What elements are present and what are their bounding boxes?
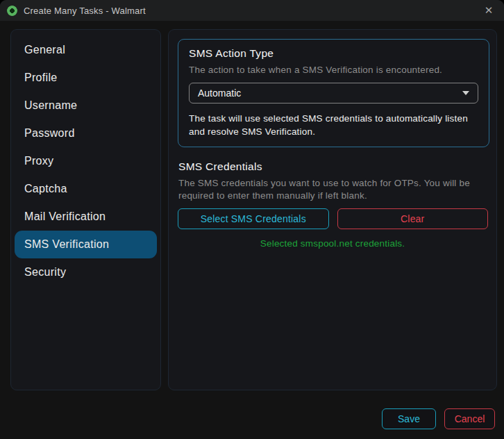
clear-credentials-button[interactable]: Clear [337,208,489,229]
cancel-button[interactable]: Cancel [444,408,495,429]
sidebar-item-sms-verification[interactable]: SMS Verification [15,231,157,258]
app-icon [7,6,17,16]
sms-action-type-title: SMS Action Type [189,47,478,60]
sidebar-item-proxy[interactable]: Proxy [15,147,157,175]
sidebar-item-captcha[interactable]: Captcha [15,175,157,203]
sidebar-item-general[interactable]: General [15,36,157,64]
sms-credentials-description: The SMS credentials you want to use to w… [178,177,488,202]
save-button[interactable]: Save [382,408,436,429]
window-title: Create Many Tasks - Walmart [24,6,146,16]
sidebar-item-password[interactable]: Password [15,119,157,147]
title-bar: Create Many Tasks - Walmart ✕ [0,0,504,21]
chevron-down-icon [462,91,469,95]
sms-action-type-box: SMS Action Type The action to take when … [178,39,489,147]
main-panel: SMS Action Type The action to take when … [168,29,497,390]
sidebar-item-profile[interactable]: Profile [15,64,157,92]
sms-action-type-dropdown[interactable]: Automatic [189,83,478,103]
sidebar-item-security[interactable]: Security [15,258,157,286]
sms-action-type-description: The action to take when a SMS Verificati… [189,64,478,76]
dropdown-selected-value: Automatic [198,88,462,99]
credentials-button-row: Select SMS Credentials Clear [178,208,488,229]
close-icon[interactable]: ✕ [473,0,504,21]
sms-action-note: The task will use selected SMS credentia… [189,112,478,138]
sidebar-item-username[interactable]: Username [15,92,157,119]
sms-credentials-section: SMS Credentials The SMS credentials you … [178,160,488,202]
credentials-status-text: Selected smspool.net credentials. [169,238,496,249]
sms-credentials-title: SMS Credentials [178,160,488,173]
sidebar: General Profile Username Password Proxy … [10,29,161,390]
select-sms-credentials-button[interactable]: Select SMS Credentials [178,208,329,229]
dialog-window: Create Many Tasks - Walmart ✕ General Pr… [0,0,504,439]
sidebar-item-mail-verification[interactable]: Mail Verification [15,203,157,231]
